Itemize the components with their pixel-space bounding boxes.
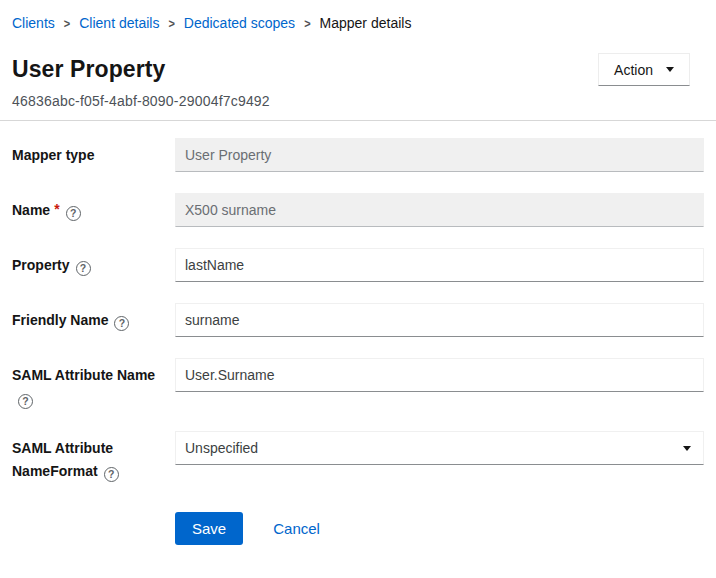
action-dropdown-button[interactable]: Action bbox=[598, 53, 690, 86]
question-circle-icon[interactable]: ? bbox=[104, 467, 119, 482]
field-label-mapper-type: Mapper type bbox=[12, 138, 175, 167]
form-row-saml-attribute-name: SAML Attribute Name? bbox=[12, 358, 704, 410]
question-circle-icon[interactable]: ? bbox=[114, 316, 129, 331]
question-circle-icon[interactable]: ? bbox=[66, 206, 81, 221]
form-row-mapper-type: Mapper type bbox=[12, 138, 704, 172]
field-label-text: SAML Attribute NameFormat bbox=[12, 440, 113, 479]
page-title: User Property bbox=[12, 56, 165, 82]
breadcrumb-item-client-details[interactable]: Client details bbox=[79, 14, 159, 32]
field-label-name: Name*? bbox=[12, 193, 175, 222]
friendly-name-input[interactable] bbox=[175, 303, 704, 337]
mapper-type-input bbox=[175, 138, 704, 172]
form-rows: Mapper typeName*?Property?Friendly Name?… bbox=[12, 138, 704, 483]
breadcrumb: Clients>Client details>Dedicated scopes>… bbox=[12, 14, 704, 32]
breadcrumb-separator-icon: > bbox=[64, 13, 70, 34]
question-circle-icon[interactable]: ? bbox=[18, 394, 33, 409]
form-row-saml-attribute-nameformat: SAML Attribute NameFormat?Unspecified bbox=[12, 431, 704, 483]
breadcrumb-separator-icon: > bbox=[168, 13, 174, 34]
field-label-saml-attribute-name: SAML Attribute Name? bbox=[12, 358, 175, 410]
mapper-form: Mapper typeName*?Property?Friendly Name?… bbox=[12, 138, 704, 545]
field-label-friendly-name: Friendly Name? bbox=[12, 303, 175, 332]
field-label-text: SAML Attribute Name bbox=[12, 367, 155, 383]
saml-attribute-nameformat-select[interactable]: Unspecified bbox=[175, 431, 704, 465]
section-divider bbox=[0, 120, 716, 121]
caret-down-icon bbox=[666, 67, 674, 72]
mapper-id: 46836abc-f05f-4abf-8090-29004f7c9492 bbox=[12, 93, 704, 109]
field-label-text: Name bbox=[12, 202, 50, 218]
field-label-text: Mapper type bbox=[12, 147, 94, 163]
name-input bbox=[175, 193, 704, 227]
form-row-name: Name*? bbox=[12, 193, 704, 227]
field-label-text: Friendly Name bbox=[12, 312, 108, 328]
field-label-saml-attribute-nameformat: SAML Attribute NameFormat? bbox=[12, 431, 175, 483]
cancel-link[interactable]: Cancel bbox=[273, 520, 320, 537]
saml-attribute-nameformat-selected-value: Unspecified bbox=[185, 440, 258, 456]
form-row-property: Property? bbox=[12, 248, 704, 282]
caret-down-icon bbox=[683, 446, 691, 451]
breadcrumb-separator-icon: > bbox=[304, 13, 310, 34]
saml-attribute-name-input[interactable] bbox=[175, 358, 704, 392]
breadcrumb-item-mapper-details: Mapper details bbox=[320, 14, 412, 32]
action-dropdown-label: Action bbox=[614, 62, 653, 78]
breadcrumb-item-clients[interactable]: Clients bbox=[12, 14, 55, 32]
form-row-friendly-name: Friendly Name? bbox=[12, 303, 704, 337]
form-actions: Save Cancel bbox=[12, 512, 704, 545]
page-header: User Property Action 46836abc-f05f-4abf-… bbox=[12, 56, 704, 109]
breadcrumb-item-dedicated-scopes[interactable]: Dedicated scopes bbox=[184, 14, 295, 32]
property-input[interactable] bbox=[175, 248, 704, 282]
field-label-text: Property bbox=[12, 257, 70, 273]
question-circle-icon[interactable]: ? bbox=[76, 261, 91, 276]
field-label-property: Property? bbox=[12, 248, 175, 277]
save-button[interactable]: Save bbox=[175, 512, 243, 545]
required-asterisk: * bbox=[54, 201, 59, 217]
